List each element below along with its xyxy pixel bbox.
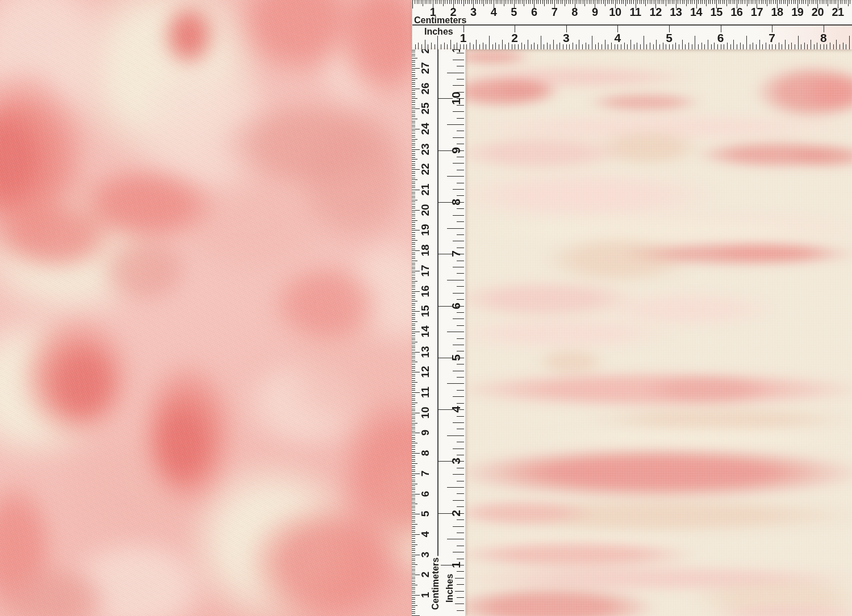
ruler-tick <box>734 0 735 4</box>
ruler-tick <box>412 605 417 606</box>
ruler-tick <box>412 530 415 531</box>
ruler-tick <box>762 44 763 49</box>
ruler-tick <box>412 376 415 376</box>
ruler-tick <box>412 508 415 508</box>
ruler-tick <box>412 54 415 55</box>
ruler-tick <box>412 524 417 525</box>
inch-number: 2 <box>511 31 518 45</box>
ruler-tick <box>641 0 642 4</box>
ruler-tick <box>573 0 573 4</box>
ruler-tick <box>700 0 701 4</box>
ruler-tick <box>412 520 415 521</box>
ruler-tick <box>502 40 503 49</box>
ruler-tick <box>444 43 445 49</box>
cm-number: 12 <box>419 366 432 378</box>
ruler-tick <box>579 40 579 49</box>
ruler-tick <box>412 62 415 62</box>
inch-number: 5 <box>666 31 673 45</box>
ruler-tick <box>412 303 415 304</box>
ruler-tick <box>515 44 515 49</box>
ruler-tick <box>516 0 516 4</box>
ruler-tick <box>412 68 420 69</box>
dye-patch <box>585 93 704 112</box>
ruler-tick <box>457 533 464 533</box>
ruler-tick <box>473 44 474 49</box>
ruler-tick <box>447 176 464 177</box>
ruler-tick <box>412 563 415 563</box>
ruler-tick <box>644 0 644 4</box>
ruler-tick <box>457 506 464 507</box>
ruler-tick <box>412 494 420 495</box>
ruler-tick <box>447 435 464 436</box>
ruler-tick <box>439 0 440 4</box>
ruler-tick <box>412 374 415 375</box>
ruler-tick <box>637 0 638 4</box>
ruler-tick <box>412 147 415 148</box>
ruler-tick <box>412 449 415 450</box>
ruler-tick <box>781 0 782 4</box>
ruler-tick <box>586 43 586 49</box>
ruler-tick <box>412 569 415 569</box>
ruler-tick <box>412 451 415 452</box>
cm-number: 3 <box>419 551 432 558</box>
ruler-tick <box>729 0 729 4</box>
ruler-tick <box>412 311 420 312</box>
dye-patch <box>704 242 835 263</box>
ruler-tick <box>412 297 415 297</box>
ruler-tick <box>457 571 464 572</box>
ruler-tick <box>650 0 650 4</box>
ruler-tick <box>803 0 804 4</box>
ruler-tick <box>412 279 415 279</box>
ruler-tick <box>412 459 415 460</box>
ruler-tick <box>412 354 415 354</box>
ruler-tick <box>412 390 415 391</box>
ruler-tick <box>412 324 415 324</box>
ruler-tick <box>412 161 415 162</box>
ruler-tick <box>412 119 417 119</box>
ruler-tick <box>611 0 612 4</box>
ruler-tick <box>412 526 415 527</box>
ruler-tick <box>495 43 496 49</box>
ruler-tick <box>701 43 702 49</box>
ruler-tick <box>412 585 417 585</box>
ruler-tick <box>412 611 415 612</box>
ruler-tick <box>412 173 415 174</box>
ruler-tick <box>412 315 415 316</box>
ruler-tick <box>412 257 415 257</box>
ruler-tick <box>437 36 438 49</box>
ruler-tick <box>457 468 464 468</box>
ruler-tick <box>476 40 477 49</box>
ruler-tick <box>412 52 415 52</box>
ruler-tick <box>412 597 415 598</box>
ruler-tick <box>412 228 415 229</box>
ruler-tick <box>412 382 417 383</box>
ruler-tick <box>412 396 415 397</box>
cm-number: 8 <box>419 450 432 456</box>
ruler-tick <box>722 0 723 4</box>
ruler-tick <box>587 0 587 4</box>
ruler-tick <box>447 124 464 125</box>
ruler-tick <box>412 265 415 265</box>
ruler-tick <box>453 319 464 319</box>
ruler-tick <box>412 64 415 65</box>
ruler-tick <box>658 0 658 4</box>
ruler-tick <box>482 0 482 4</box>
ruler-tick <box>447 539 464 539</box>
ruler-tick <box>546 0 547 4</box>
ruler-tick <box>846 44 846 49</box>
ruler-tick <box>412 325 415 326</box>
cm-number: 18 <box>771 6 783 19</box>
ruler-tick <box>820 0 820 4</box>
ruler-tick <box>412 208 415 208</box>
ruler-tick <box>795 44 795 49</box>
ruler-tick <box>455 0 456 4</box>
ruler-tick <box>791 0 792 4</box>
ruler-tick <box>544 44 544 49</box>
ruler-tick <box>849 36 850 49</box>
ruler-tick <box>617 0 617 4</box>
ruler-tick <box>491 0 492 4</box>
ruler-tick <box>412 97 415 97</box>
ruler-tick <box>412 477 415 478</box>
cm-number: 14 <box>690 6 702 19</box>
ruler-tick <box>633 0 634 4</box>
